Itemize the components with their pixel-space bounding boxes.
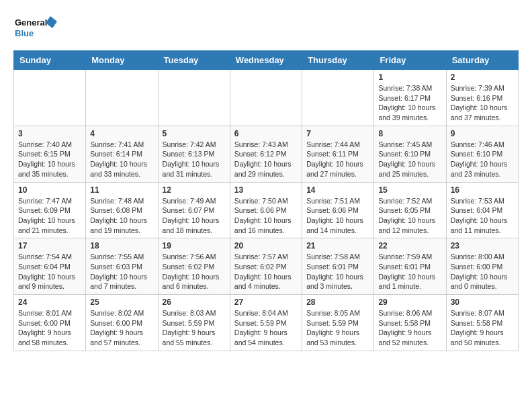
day-info: Sunrise: 7:56 AM Sunset: 6:02 PM Dayligh… <box>163 252 226 291</box>
calendar-cell: 13Sunrise: 7:50 AM Sunset: 6:06 PM Dayli… <box>230 182 302 238</box>
calendar-week-row: 10Sunrise: 7:47 AM Sunset: 6:09 PM Dayli… <box>14 182 519 238</box>
day-number: 8 <box>378 129 441 138</box>
calendar-cell: 7Sunrise: 7:44 AM Sunset: 6:11 PM Daylig… <box>302 126 374 182</box>
calendar-cell <box>230 70 302 126</box>
calendar-cell: 14Sunrise: 7:51 AM Sunset: 6:06 PM Dayli… <box>302 182 374 238</box>
day-number: 15 <box>378 185 441 195</box>
day-info: Sunrise: 7:47 AM Sunset: 6:09 PM Dayligh… <box>18 196 81 236</box>
day-info: Sunrise: 8:01 AM Sunset: 6:00 PM Dayligh… <box>18 308 81 348</box>
calendar-cell: 3Sunrise: 7:40 AM Sunset: 6:15 PM Daylig… <box>14 126 86 182</box>
day-info: Sunrise: 7:43 AM Sunset: 6:12 PM Dayligh… <box>234 140 298 179</box>
weekday-header: Thursday <box>302 51 374 70</box>
day-number: 7 <box>306 129 369 138</box>
day-number: 10 <box>18 185 81 195</box>
day-number: 4 <box>90 129 153 138</box>
day-info: Sunrise: 7:42 AM Sunset: 6:13 PM Dayligh… <box>163 140 226 179</box>
calendar-cell: 2Sunrise: 7:39 AM Sunset: 6:16 PM Daylig… <box>446 70 518 126</box>
day-info: Sunrise: 7:39 AM Sunset: 6:16 PM Dayligh… <box>451 83 514 123</box>
day-number: 19 <box>163 241 226 250</box>
calendar-cell: 27Sunrise: 8:04 AM Sunset: 5:59 PM Dayli… <box>230 295 302 351</box>
calendar-cell: 18Sunrise: 7:55 AM Sunset: 6:03 PM Dayli… <box>86 238 158 295</box>
day-info: Sunrise: 8:04 AM Sunset: 5:59 PM Dayligh… <box>234 308 298 348</box>
day-number: 27 <box>234 298 298 307</box>
day-number: 13 <box>234 185 298 195</box>
calendar-cell: 1Sunrise: 7:38 AM Sunset: 6:17 PM Daylig… <box>374 70 446 126</box>
calendar-cell: 24Sunrise: 8:01 AM Sunset: 6:00 PM Dayli… <box>14 295 86 351</box>
calendar-cell: 16Sunrise: 7:53 AM Sunset: 6:04 PM Dayli… <box>446 182 518 238</box>
calendar-cell <box>302 70 374 126</box>
day-info: Sunrise: 8:02 AM Sunset: 6:00 PM Dayligh… <box>90 308 153 348</box>
calendar-cell: 5Sunrise: 7:42 AM Sunset: 6:13 PM Daylig… <box>158 126 230 182</box>
calendar-cell: 23Sunrise: 8:00 AM Sunset: 6:00 PM Dayli… <box>446 238 518 295</box>
day-info: Sunrise: 8:00 AM Sunset: 6:00 PM Dayligh… <box>451 252 514 291</box>
day-info: Sunrise: 7:51 AM Sunset: 6:06 PM Dayligh… <box>306 196 369 236</box>
calendar-cell: 26Sunrise: 8:03 AM Sunset: 5:59 PM Dayli… <box>158 295 230 351</box>
day-number: 18 <box>90 241 153 250</box>
day-info: Sunrise: 7:41 AM Sunset: 6:14 PM Dayligh… <box>90 140 153 179</box>
weekday-header: Friday <box>374 51 446 70</box>
day-number: 6 <box>234 129 298 138</box>
day-info: Sunrise: 7:40 AM Sunset: 6:15 PM Dayligh… <box>18 140 81 179</box>
calendar-table: SundayMondayTuesdayWednesdayThursdayFrid… <box>13 50 519 351</box>
svg-text:General: General <box>15 17 47 28</box>
weekday-header: Sunday <box>14 51 86 70</box>
day-number: 26 <box>163 298 226 307</box>
day-number: 24 <box>18 298 81 307</box>
calendar-cell: 28Sunrise: 8:05 AM Sunset: 5:59 PM Dayli… <box>302 295 374 351</box>
weekday-header: Saturday <box>446 51 518 70</box>
day-number: 28 <box>306 298 369 307</box>
calendar-cell: 10Sunrise: 7:47 AM Sunset: 6:09 PM Dayli… <box>14 182 86 238</box>
calendar-cell: 6Sunrise: 7:43 AM Sunset: 6:12 PM Daylig… <box>230 126 302 182</box>
calendar-cell <box>86 70 158 126</box>
logo-svg: General Blue <box>13 13 60 44</box>
logo: General Blue <box>13 13 60 44</box>
calendar-cell: 25Sunrise: 8:02 AM Sunset: 6:00 PM Dayli… <box>86 295 158 351</box>
calendar-cell: 20Sunrise: 7:57 AM Sunset: 6:02 PM Dayli… <box>230 238 302 295</box>
day-number: 17 <box>18 241 81 250</box>
day-info: Sunrise: 7:38 AM Sunset: 6:17 PM Dayligh… <box>378 83 441 123</box>
calendar-cell: 4Sunrise: 7:41 AM Sunset: 6:14 PM Daylig… <box>86 126 158 182</box>
day-number: 2 <box>451 73 514 82</box>
day-number: 21 <box>306 241 369 250</box>
day-number: 1 <box>378 73 441 82</box>
day-number: 30 <box>451 298 514 307</box>
day-info: Sunrise: 7:54 AM Sunset: 6:04 PM Dayligh… <box>18 252 81 291</box>
calendar-cell: 19Sunrise: 7:56 AM Sunset: 6:02 PM Dayli… <box>158 238 230 295</box>
day-info: Sunrise: 7:48 AM Sunset: 6:08 PM Dayligh… <box>90 196 153 236</box>
day-info: Sunrise: 7:45 AM Sunset: 6:10 PM Dayligh… <box>378 140 441 179</box>
day-number: 3 <box>18 129 81 138</box>
day-info: Sunrise: 7:58 AM Sunset: 6:01 PM Dayligh… <box>306 252 369 291</box>
day-number: 14 <box>306 185 369 195</box>
weekday-header: Wednesday <box>230 51 302 70</box>
day-info: Sunrise: 7:52 AM Sunset: 6:05 PM Dayligh… <box>378 196 441 236</box>
calendar-cell: 22Sunrise: 7:59 AM Sunset: 6:01 PM Dayli… <box>374 238 446 295</box>
calendar-cell: 29Sunrise: 8:06 AM Sunset: 5:58 PM Dayli… <box>374 295 446 351</box>
day-number: 9 <box>451 129 514 138</box>
day-number: 11 <box>90 185 153 195</box>
svg-text:Blue: Blue <box>15 28 34 38</box>
calendar-cell: 30Sunrise: 8:07 AM Sunset: 5:58 PM Dayli… <box>446 295 518 351</box>
calendar-cell <box>158 70 230 126</box>
calendar-cell: 9Sunrise: 7:46 AM Sunset: 6:10 PM Daylig… <box>446 126 518 182</box>
header: General Blue <box>13 13 519 44</box>
calendar-cell: 11Sunrise: 7:48 AM Sunset: 6:08 PM Dayli… <box>86 182 158 238</box>
day-number: 5 <box>163 129 226 138</box>
calendar-week-row: 17Sunrise: 7:54 AM Sunset: 6:04 PM Dayli… <box>14 238 519 295</box>
day-info: Sunrise: 8:07 AM Sunset: 5:58 PM Dayligh… <box>451 308 514 348</box>
day-info: Sunrise: 7:49 AM Sunset: 6:07 PM Dayligh… <box>163 196 226 236</box>
day-info: Sunrise: 7:46 AM Sunset: 6:10 PM Dayligh… <box>451 140 514 179</box>
calendar-week-row: 1Sunrise: 7:38 AM Sunset: 6:17 PM Daylig… <box>14 70 519 126</box>
day-info: Sunrise: 7:59 AM Sunset: 6:01 PM Dayligh… <box>378 252 441 291</box>
day-info: Sunrise: 7:55 AM Sunset: 6:03 PM Dayligh… <box>90 252 153 291</box>
calendar-cell: 8Sunrise: 7:45 AM Sunset: 6:10 PM Daylig… <box>374 126 446 182</box>
calendar-cell: 17Sunrise: 7:54 AM Sunset: 6:04 PM Dayli… <box>14 238 86 295</box>
calendar-cell <box>14 70 86 126</box>
weekday-header: Tuesday <box>158 51 230 70</box>
day-info: Sunrise: 8:03 AM Sunset: 5:59 PM Dayligh… <box>163 308 226 348</box>
day-info: Sunrise: 7:53 AM Sunset: 6:04 PM Dayligh… <box>451 196 514 236</box>
day-info: Sunrise: 7:57 AM Sunset: 6:02 PM Dayligh… <box>234 252 298 291</box>
weekday-header: Monday <box>86 51 158 70</box>
calendar-cell: 15Sunrise: 7:52 AM Sunset: 6:05 PM Dayli… <box>374 182 446 238</box>
day-info: Sunrise: 7:50 AM Sunset: 6:06 PM Dayligh… <box>234 196 298 236</box>
calendar-cell: 21Sunrise: 7:58 AM Sunset: 6:01 PM Dayli… <box>302 238 374 295</box>
